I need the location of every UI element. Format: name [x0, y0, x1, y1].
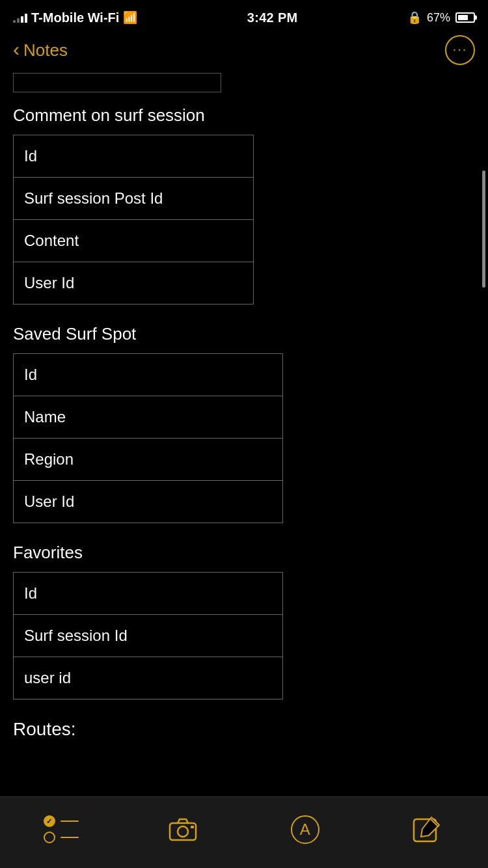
battery-percentage: 67%	[427, 11, 450, 25]
carrier-text: T-Mobile Wi-Fi	[31, 10, 119, 25]
compass-icon: A	[291, 815, 319, 844]
chevron-left-icon: ‹	[13, 40, 20, 59]
camera-icon	[169, 818, 197, 841]
check-circle-filled	[44, 815, 55, 827]
table-row: Region	[14, 439, 282, 481]
back-label: Notes	[23, 40, 68, 61]
back-button[interactable]: ‹ Notes	[13, 40, 68, 61]
compass-button[interactable]: A	[279, 807, 331, 852]
toolbar: A	[0, 796, 488, 868]
table-row: User Id	[14, 262, 253, 304]
svg-point-1	[178, 826, 188, 837]
check-line	[61, 821, 79, 822]
table-row: user id	[14, 657, 282, 699]
table-row: Surf session Post Id	[14, 178, 253, 220]
table-row: Surf session Id	[14, 615, 282, 657]
battery-icon	[455, 12, 475, 23]
more-button[interactable]: ···	[445, 35, 475, 65]
content-area: Comment on surf session Id Surf session …	[0, 73, 488, 824]
table-row: Id	[14, 354, 282, 396]
more-icon: ···	[453, 42, 468, 57]
status-right: 🔒 67%	[407, 10, 475, 25]
compass-a-label: A	[300, 821, 310, 839]
camera-button[interactable]	[157, 807, 209, 852]
nav-bar: ‹ Notes ···	[0, 33, 488, 73]
table-row: Id	[14, 135, 253, 178]
check-circle-empty	[44, 832, 55, 843]
comment-table: Id Surf session Post Id Content User Id	[13, 135, 254, 305]
table-row: Content	[14, 220, 253, 262]
status-bar: T-Mobile Wi-Fi 📶 3:42 PM 🔒 67%	[0, 0, 488, 33]
wifi-icon: 📶	[123, 10, 137, 25]
svg-rect-2	[191, 826, 194, 828]
signal-icon	[13, 12, 27, 23]
table-row: Name	[14, 396, 282, 439]
edit-icon	[412, 815, 442, 845]
table-row: User Id	[14, 481, 282, 522]
section-comment-title: Comment on surf session	[13, 105, 475, 126]
status-left: T-Mobile Wi-Fi 📶	[13, 10, 137, 25]
table-row: Id	[14, 573, 282, 615]
scrollbar[interactable]	[482, 170, 485, 288]
section-savedspot-title: Saved Surf Spot	[13, 324, 475, 344]
favorites-table: Id Surf session Id user id	[13, 572, 283, 699]
check-line	[61, 837, 79, 839]
lock-icon: 🔒	[407, 10, 422, 25]
checklist-button[interactable]	[35, 807, 87, 852]
savedspot-table: Id Name Region User Id	[13, 353, 283, 523]
partial-input-box	[13, 73, 221, 92]
edit-button[interactable]	[401, 807, 453, 852]
checklist-icon	[44, 815, 79, 843]
time-display: 3:42 PM	[247, 10, 298, 25]
section-favorites-title: Favorites	[13, 543, 475, 563]
